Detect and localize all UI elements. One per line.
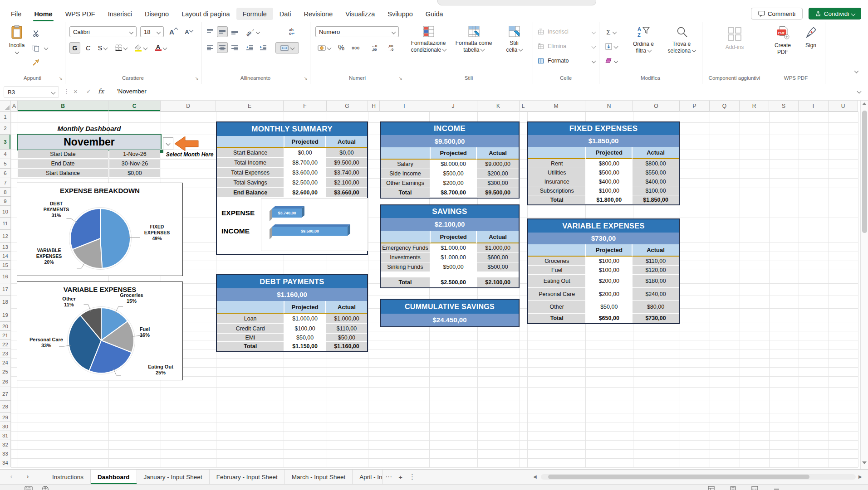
- ribbon-tab-layout-di-pagina[interactable]: Layout di pagina: [175, 5, 236, 22]
- search-box-partial[interactable]: [437, 0, 596, 5]
- table-cell[interactable]: Other Earnings: [381, 179, 430, 188]
- conditional-formatting-button[interactable]: Formattazione condizionale: [407, 26, 450, 53]
- info-value[interactable]: 30-Nov-26: [109, 160, 160, 168]
- table-cell[interactable]: $0,00: [326, 148, 367, 158]
- table-cell[interactable]: Total: [381, 277, 430, 287]
- ribbon-tab-disegno[interactable]: Disegno: [138, 5, 175, 22]
- row-header-20[interactable]: 20: [0, 322, 11, 331]
- table-cell[interactable]: Actual: [326, 301, 367, 314]
- pie-chart-1[interactable]: EXPENSE BREAKDOWNFIXEDEXPENSES49%VARIABL…: [17, 183, 183, 276]
- table-cell[interactable]: Total: [528, 195, 585, 204]
- row-header-23[interactable]: 23: [0, 349, 11, 358]
- table-cell[interactable]: $3.660,00: [326, 188, 367, 198]
- fixed-expenses-table[interactable]: FIXED EXPENSES$1.850,00ProjectedActualRe…: [527, 121, 680, 205]
- share-button[interactable]: Condividi: [809, 8, 861, 19]
- table-cell[interactable]: [528, 244, 585, 257]
- table-cell[interactable]: Total: [528, 314, 585, 323]
- row-header-25[interactable]: 25: [0, 367, 11, 376]
- sheet-tab-february-input-sheet[interactable]: February - Input Sheet: [210, 470, 285, 484]
- table-cell[interactable]: $1.000,00: [326, 314, 367, 324]
- column-header-B[interactable]: B: [18, 101, 108, 112]
- table-cell[interactable]: Utilities: [528, 168, 585, 177]
- expand-formula-bar-icon[interactable]: [857, 89, 862, 94]
- chevron-down-icon[interactable]: [44, 46, 49, 50]
- comments-button[interactable]: Commenti: [751, 8, 803, 19]
- column-header-T[interactable]: T: [799, 101, 829, 112]
- insert-cells-button[interactable]: Inserisci: [537, 26, 595, 38]
- dialog-launcher-icon[interactable]: ↘: [304, 76, 308, 81]
- horizontal-scrollbar[interactable]: [541, 474, 856, 480]
- table-cell[interactable]: Credit Card: [217, 324, 284, 334]
- table-cell[interactable]: $400,00: [585, 177, 633, 186]
- info-value[interactable]: $0,00: [109, 169, 160, 177]
- sheet-overflow-button[interactable]: ⋯: [383, 470, 395, 484]
- ribbon-tab-dati[interactable]: Dati: [273, 5, 298, 22]
- number-format-select[interactable]: Numero: [315, 26, 399, 37]
- hscroll-right-arrow[interactable]: ▶: [858, 474, 862, 479]
- table-cell[interactable]: $240,00: [633, 288, 679, 301]
- cummulative-savings-table[interactable]: CUMMULATIVE SAVINGS$24.450,00: [380, 299, 520, 327]
- row-header-6[interactable]: 6: [0, 169, 11, 178]
- row-header-15[interactable]: 15: [0, 261, 11, 270]
- column-header-I[interactable]: I: [380, 101, 429, 112]
- table-cell[interactable]: $1.850,00: [633, 195, 679, 204]
- keyboard-icon[interactable]: [25, 486, 33, 490]
- table-cell[interactable]: Total: [381, 188, 430, 198]
- merge-center-button[interactable]: [275, 42, 299, 53]
- table-cell[interactable]: $100,00: [585, 266, 633, 275]
- table-cell[interactable]: $100,00: [284, 324, 326, 334]
- align-middle-button[interactable]: [217, 26, 228, 37]
- format-cells-button[interactable]: Formato: [537, 55, 595, 67]
- column-header-G[interactable]: G: [327, 101, 368, 112]
- table-cell[interactable]: Salary: [381, 160, 430, 169]
- decrease-font-button[interactable]: A: [182, 26, 196, 37]
- table-cell[interactable]: [381, 231, 430, 243]
- row-header-14[interactable]: 14: [0, 252, 11, 261]
- ribbon-tab-wps-pdf[interactable]: WPS PDF: [59, 5, 102, 22]
- row-header-3[interactable]: 3: [0, 135, 11, 150]
- italic-button[interactable]: C: [83, 42, 93, 53]
- paste-button[interactable]: Incolla: [4, 25, 30, 53]
- table-cell[interactable]: $1.000,00: [284, 314, 326, 324]
- normal-view-icon[interactable]: [708, 486, 715, 490]
- decrease-decimal-button[interactable]: ,00→0: [383, 42, 398, 53]
- table-cell[interactable]: $3.600,00: [284, 168, 326, 178]
- table-cell[interactable]: Subscriptions: [528, 186, 585, 195]
- table-cell[interactable]: $550,00: [633, 168, 679, 177]
- formula-bar-handle[interactable]: ⋮: [64, 88, 69, 95]
- table-cell[interactable]: Investments: [381, 253, 430, 262]
- table-cell[interactable]: Side Income: [381, 169, 430, 179]
- find-select-button[interactable]: Trova e seleziona: [663, 26, 700, 54]
- info-label[interactable]: Start Date: [18, 150, 108, 158]
- sign-button[interactable]: Sign: [799, 26, 822, 49]
- row-header-13[interactable]: 13: [0, 243, 11, 252]
- pie-chart-2[interactable]: VARIABLE EXPENSESGroceries15%Fuel16%Eati…: [17, 281, 183, 380]
- sheet-tab-january-input-sheet[interactable]: January - Input Sheet: [137, 470, 210, 484]
- select-all-corner[interactable]: [0, 101, 11, 112]
- percent-button[interactable]: %: [335, 42, 347, 53]
- table-cell[interactable]: $500,00: [430, 262, 477, 272]
- row-header-30[interactable]: 30: [0, 422, 11, 431]
- underline-button[interactable]: S: [95, 42, 110, 53]
- table-cell[interactable]: $2.500,00: [284, 178, 326, 188]
- row-header-21[interactable]: 21: [0, 331, 11, 340]
- table-cell[interactable]: Projected: [585, 147, 633, 159]
- savings-table[interactable]: SAVINGS$2.100,00ProjectedActualEmergency…: [380, 204, 520, 288]
- table-cell[interactable]: $800,00: [585, 159, 633, 168]
- align-center-button[interactable]: [217, 42, 228, 53]
- dialog-launcher-icon[interactable]: ↘: [195, 76, 199, 81]
- column-header-S[interactable]: S: [769, 101, 799, 112]
- cell-styles-button[interactable]: Stili cella: [497, 26, 531, 53]
- table-cell[interactable]: $100,00: [585, 257, 633, 266]
- font-color-button[interactable]: A: [152, 42, 169, 53]
- table-cell[interactable]: $200,00: [585, 275, 633, 288]
- accounting-format-button[interactable]: [315, 42, 333, 53]
- column-header-E[interactable]: E: [216, 101, 284, 112]
- vertical-scrollbar[interactable]: [860, 101, 868, 469]
- table-cell[interactable]: $2.100,00: [477, 277, 519, 287]
- clear-button[interactable]: [603, 55, 620, 66]
- ribbon-tab-guida[interactable]: Guida: [419, 5, 450, 22]
- column-header-J[interactable]: J: [429, 101, 477, 112]
- column-header-C[interactable]: C: [108, 101, 161, 112]
- table-cell[interactable]: $2.600,00: [284, 188, 326, 198]
